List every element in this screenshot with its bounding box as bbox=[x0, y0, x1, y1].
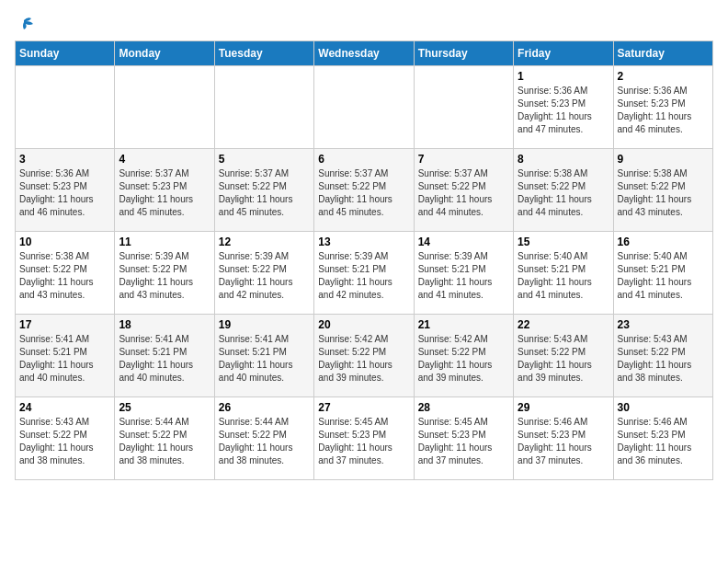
calendar-week-4: 17Sunrise: 5:41 AMSunset: 5:21 PMDayligh… bbox=[16, 314, 713, 396]
day-number: 8 bbox=[518, 153, 609, 166]
day-info: Sunrise: 5:43 AMSunset: 5:22 PMDaylight:… bbox=[518, 333, 609, 385]
weekday-header-row: SundayMondayTuesdayWednesdayThursdayFrid… bbox=[16, 40, 713, 65]
calendar-cell: 19Sunrise: 5:41 AMSunset: 5:21 PMDayligh… bbox=[214, 314, 313, 396]
calendar-cell: 24Sunrise: 5:43 AMSunset: 5:22 PMDayligh… bbox=[16, 396, 115, 479]
page-header bbox=[15, 15, 713, 33]
day-number: 18 bbox=[119, 318, 210, 331]
day-number: 24 bbox=[19, 401, 110, 414]
weekday-header-wednesday: Wednesday bbox=[314, 40, 414, 65]
day-info: Sunrise: 5:44 AMSunset: 5:22 PMDaylight:… bbox=[119, 416, 210, 467]
day-number: 12 bbox=[219, 236, 310, 248]
day-number: 5 bbox=[219, 153, 310, 166]
weekday-header-tuesday: Tuesday bbox=[214, 40, 313, 65]
calendar-cell bbox=[115, 65, 214, 148]
day-number: 21 bbox=[418, 318, 509, 331]
calendar-week-5: 24Sunrise: 5:43 AMSunset: 5:22 PMDayligh… bbox=[16, 396, 713, 479]
calendar-cell: 18Sunrise: 5:41 AMSunset: 5:21 PMDayligh… bbox=[115, 314, 214, 396]
day-number: 9 bbox=[618, 153, 709, 166]
day-info: Sunrise: 5:36 AMSunset: 5:23 PMDaylight:… bbox=[518, 85, 609, 136]
day-info: Sunrise: 5:38 AMSunset: 5:22 PMDaylight:… bbox=[19, 250, 110, 302]
day-info: Sunrise: 5:41 AMSunset: 5:21 PMDaylight:… bbox=[219, 333, 310, 385]
calendar-cell: 21Sunrise: 5:42 AMSunset: 5:22 PMDayligh… bbox=[414, 314, 513, 396]
day-info: Sunrise: 5:40 AMSunset: 5:21 PMDaylight:… bbox=[618, 250, 709, 302]
calendar-cell: 27Sunrise: 5:45 AMSunset: 5:23 PMDayligh… bbox=[314, 396, 414, 479]
day-number: 29 bbox=[518, 401, 609, 414]
day-number: 25 bbox=[119, 401, 210, 414]
calendar-cell bbox=[414, 65, 513, 148]
day-info: Sunrise: 5:45 AMSunset: 5:23 PMDaylight:… bbox=[318, 416, 409, 467]
calendar-cell: 12Sunrise: 5:39 AMSunset: 5:22 PMDayligh… bbox=[214, 231, 313, 314]
calendar-cell: 15Sunrise: 5:40 AMSunset: 5:21 PMDayligh… bbox=[514, 231, 613, 314]
day-info: Sunrise: 5:39 AMSunset: 5:22 PMDaylight:… bbox=[119, 250, 210, 302]
day-number: 19 bbox=[219, 318, 310, 331]
calendar-cell: 8Sunrise: 5:38 AMSunset: 5:22 PMDaylight… bbox=[514, 148, 613, 231]
calendar-week-2: 3Sunrise: 5:36 AMSunset: 5:23 PMDaylight… bbox=[16, 148, 713, 231]
calendar-cell bbox=[16, 65, 115, 148]
calendar-cell bbox=[314, 65, 414, 148]
calendar-cell: 7Sunrise: 5:37 AMSunset: 5:22 PMDaylight… bbox=[414, 148, 513, 231]
day-info: Sunrise: 5:42 AMSunset: 5:22 PMDaylight:… bbox=[418, 333, 509, 385]
calendar-cell: 6Sunrise: 5:37 AMSunset: 5:22 PMDaylight… bbox=[314, 148, 414, 231]
calendar-cell: 9Sunrise: 5:38 AMSunset: 5:22 PMDaylight… bbox=[613, 148, 712, 231]
calendar-cell: 10Sunrise: 5:38 AMSunset: 5:22 PMDayligh… bbox=[16, 231, 115, 314]
calendar-cell: 20Sunrise: 5:42 AMSunset: 5:22 PMDayligh… bbox=[314, 314, 414, 396]
day-info: Sunrise: 5:40 AMSunset: 5:21 PMDaylight:… bbox=[518, 250, 609, 302]
day-info: Sunrise: 5:39 AMSunset: 5:21 PMDaylight:… bbox=[318, 250, 409, 302]
calendar-cell: 28Sunrise: 5:45 AMSunset: 5:23 PMDayligh… bbox=[414, 396, 513, 479]
day-info: Sunrise: 5:45 AMSunset: 5:23 PMDaylight:… bbox=[418, 416, 509, 467]
calendar-week-3: 10Sunrise: 5:38 AMSunset: 5:22 PMDayligh… bbox=[16, 231, 713, 314]
calendar-cell: 14Sunrise: 5:39 AMSunset: 5:21 PMDayligh… bbox=[414, 231, 513, 314]
day-number: 3 bbox=[19, 153, 110, 166]
logo-bird-icon bbox=[15, 17, 35, 31]
day-info: Sunrise: 5:37 AMSunset: 5:22 PMDaylight:… bbox=[318, 167, 409, 219]
day-info: Sunrise: 5:41 AMSunset: 5:21 PMDaylight:… bbox=[19, 333, 110, 385]
weekday-header-sunday: Sunday bbox=[16, 40, 115, 65]
day-info: Sunrise: 5:37 AMSunset: 5:22 PMDaylight:… bbox=[219, 167, 310, 219]
calendar-cell: 30Sunrise: 5:46 AMSunset: 5:23 PMDayligh… bbox=[613, 396, 712, 479]
day-number: 27 bbox=[318, 401, 409, 414]
day-info: Sunrise: 5:38 AMSunset: 5:22 PMDaylight:… bbox=[518, 167, 609, 219]
weekday-header-saturday: Saturday bbox=[613, 40, 712, 65]
calendar-header: SundayMondayTuesdayWednesdayThursdayFrid… bbox=[16, 40, 713, 65]
calendar-cell: 29Sunrise: 5:46 AMSunset: 5:23 PMDayligh… bbox=[514, 396, 613, 479]
weekday-header-monday: Monday bbox=[115, 40, 214, 65]
day-info: Sunrise: 5:39 AMSunset: 5:22 PMDaylight:… bbox=[219, 250, 310, 302]
calendar-cell: 13Sunrise: 5:39 AMSunset: 5:21 PMDayligh… bbox=[314, 231, 414, 314]
calendar-cell bbox=[214, 65, 313, 148]
logo bbox=[15, 15, 35, 33]
day-number: 10 bbox=[19, 236, 110, 248]
day-number: 20 bbox=[318, 318, 409, 331]
calendar-week-1: 1Sunrise: 5:36 AMSunset: 5:23 PMDaylight… bbox=[16, 65, 713, 148]
day-info: Sunrise: 5:37 AMSunset: 5:23 PMDaylight:… bbox=[119, 167, 210, 219]
day-number: 2 bbox=[618, 70, 709, 83]
calendar-cell: 2Sunrise: 5:36 AMSunset: 5:23 PMDaylight… bbox=[613, 65, 712, 148]
day-number: 6 bbox=[318, 153, 409, 166]
day-number: 4 bbox=[119, 153, 210, 166]
calendar-cell: 23Sunrise: 5:43 AMSunset: 5:22 PMDayligh… bbox=[613, 314, 712, 396]
day-number: 26 bbox=[219, 401, 310, 414]
day-number: 17 bbox=[19, 318, 110, 331]
calendar-cell: 3Sunrise: 5:36 AMSunset: 5:23 PMDaylight… bbox=[16, 148, 115, 231]
day-number: 28 bbox=[418, 401, 509, 414]
calendar-cell: 16Sunrise: 5:40 AMSunset: 5:21 PMDayligh… bbox=[613, 231, 712, 314]
weekday-header-friday: Friday bbox=[514, 40, 613, 65]
day-number: 16 bbox=[618, 236, 709, 248]
calendar-body: 1Sunrise: 5:36 AMSunset: 5:23 PMDaylight… bbox=[16, 65, 713, 479]
calendar-cell: 5Sunrise: 5:37 AMSunset: 5:22 PMDaylight… bbox=[214, 148, 313, 231]
weekday-header-thursday: Thursday bbox=[414, 40, 513, 65]
day-number: 1 bbox=[518, 70, 609, 83]
day-info: Sunrise: 5:36 AMSunset: 5:23 PMDaylight:… bbox=[19, 167, 110, 219]
day-info: Sunrise: 5:43 AMSunset: 5:22 PMDaylight:… bbox=[19, 416, 110, 467]
calendar-cell: 1Sunrise: 5:36 AMSunset: 5:23 PMDaylight… bbox=[514, 65, 613, 148]
calendar-cell: 22Sunrise: 5:43 AMSunset: 5:22 PMDayligh… bbox=[514, 314, 613, 396]
day-info: Sunrise: 5:39 AMSunset: 5:21 PMDaylight:… bbox=[418, 250, 509, 302]
calendar-cell: 17Sunrise: 5:41 AMSunset: 5:21 PMDayligh… bbox=[16, 314, 115, 396]
day-info: Sunrise: 5:43 AMSunset: 5:22 PMDaylight:… bbox=[618, 333, 709, 385]
day-number: 23 bbox=[618, 318, 709, 331]
day-number: 22 bbox=[518, 318, 609, 331]
calendar-cell: 25Sunrise: 5:44 AMSunset: 5:22 PMDayligh… bbox=[115, 396, 214, 479]
day-number: 13 bbox=[318, 236, 409, 248]
calendar-table: SundayMondayTuesdayWednesdayThursdayFrid… bbox=[15, 40, 713, 480]
day-number: 14 bbox=[418, 236, 509, 248]
day-info: Sunrise: 5:37 AMSunset: 5:22 PMDaylight:… bbox=[418, 167, 509, 219]
